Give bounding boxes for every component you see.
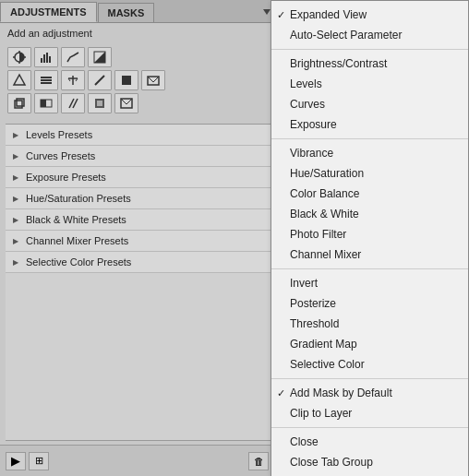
- menu-item-close[interactable]: Close: [271, 432, 468, 452]
- menu-item-exposure[interactable]: Exposure: [271, 114, 468, 135]
- svg-line-20: [95, 76, 104, 85]
- tab-adjustments[interactable]: ADJUSTMENTS: [0, 2, 97, 22]
- svg-marker-0: [263, 9, 271, 15]
- menu-item-posterize[interactable]: Posterize: [271, 293, 468, 314]
- svg-rect-9: [49, 56, 51, 63]
- menu-item-brightness-contrast[interactable]: Brightness/Contrast: [271, 54, 468, 74]
- menu-item-levels[interactable]: Levels: [271, 74, 468, 94]
- preset-hue-saturation[interactable]: Hue/Saturation Presets: [6, 188, 271, 209]
- delete-button[interactable]: 🗑: [248, 452, 269, 470]
- half-tone-icon[interactable]: [34, 93, 58, 113]
- svg-rect-23: [15, 101, 22, 108]
- svg-rect-21: [122, 76, 131, 85]
- svg-rect-26: [41, 100, 46, 107]
- add-adjustment-label: Add an adjustment: [0, 23, 277, 43]
- invert-icon[interactable]: [141, 70, 165, 90]
- photo-filter-icon[interactable]: [114, 93, 138, 113]
- preset-arrow-curves: [11, 151, 20, 161]
- solid-color-icon[interactable]: [114, 70, 138, 90]
- double-slash-icon[interactable]: [61, 93, 85, 113]
- svg-rect-15: [41, 82, 52, 84]
- svg-line-33: [126, 99, 132, 104]
- exposure-icon[interactable]: [88, 47, 112, 67]
- separator-3: [271, 268, 468, 269]
- menu-item-vibrance[interactable]: Vibrance: [271, 143, 468, 163]
- menu-item-photo-filter[interactable]: Photo Filter: [271, 224, 468, 244]
- separator-1: [271, 49, 468, 50]
- icon-row-2: [7, 70, 270, 90]
- menu-item-add-mask[interactable]: Add Mask by Default: [271, 383, 468, 403]
- bottom-toolbar: ▶ ⊞ 🗑: [0, 445, 277, 476]
- duplicate-button[interactable]: ⊞: [29, 452, 49, 470]
- gradient-map-icon[interactable]: [88, 70, 112, 90]
- preset-arrow-levels: [11, 130, 20, 139]
- preset-arrow-hue: [11, 194, 20, 203]
- panel-dropdown-menu: Expanded View Auto-Select Parameter Brig…: [271, 0, 469, 476]
- icon-row-3: [7, 93, 270, 113]
- svg-rect-14: [41, 79, 52, 81]
- preset-arrow-selective: [11, 257, 20, 267]
- tab-bar: ADJUSTMENTS MASKS: [0, 0, 277, 23]
- svg-rect-7: [43, 54, 45, 63]
- separator-2: [271, 138, 468, 139]
- brightness-contrast-icon[interactable]: [7, 47, 31, 67]
- preset-arrow-channel: [11, 236, 20, 245]
- clipping-mask-icon[interactable]: [7, 93, 31, 113]
- svg-marker-12: [14, 75, 25, 85]
- menu-item-close-tab-group[interactable]: Close Tab Group: [271, 452, 468, 472]
- menu-item-invert[interactable]: Invert: [271, 273, 468, 293]
- preset-selective-color[interactable]: Selective Color Presets: [6, 252, 271, 273]
- menu-item-black-white[interactable]: Black & White: [271, 204, 468, 224]
- vibrance-icon[interactable]: [7, 70, 31, 90]
- preset-levels[interactable]: Levels Presets: [6, 125, 271, 146]
- separator-4: [271, 378, 468, 379]
- preset-arrow-exposure: [11, 173, 20, 182]
- svg-rect-24: [17, 99, 24, 106]
- menu-item-gradient-map[interactable]: Gradient Map: [271, 334, 468, 354]
- preset-channel-mixer[interactable]: Channel Mixer Presets: [6, 231, 271, 252]
- levels-icon[interactable]: [34, 47, 58, 67]
- separator-5: [271, 427, 468, 428]
- black-white-icon[interactable]: [61, 70, 85, 90]
- preset-curves[interactable]: Curves Presets: [6, 146, 271, 167]
- curves-icon[interactable]: [61, 47, 85, 67]
- preset-exposure[interactable]: Exposure Presets: [6, 167, 271, 188]
- new-adjustment-button[interactable]: ▶: [6, 452, 26, 470]
- svg-marker-11: [94, 52, 105, 63]
- color-balance-icon[interactable]: [34, 70, 58, 90]
- menu-item-auto-select[interactable]: Auto-Select Parameter: [271, 25, 468, 45]
- preset-arrow-bw: [11, 215, 20, 224]
- menu-item-selective-color[interactable]: Selective Color: [271, 354, 468, 375]
- adjustments-panel: ADJUSTMENTS MASKS Add an adjustment: [0, 0, 277, 476]
- menu-item-hue-saturation[interactable]: Hue/Saturation: [271, 163, 468, 184]
- svg-rect-6: [41, 58, 42, 63]
- svg-rect-8: [46, 53, 48, 63]
- menu-item-channel-mixer[interactable]: Channel Mixer: [271, 244, 468, 265]
- svg-rect-13: [41, 77, 52, 78]
- menu-item-curves[interactable]: Curves: [271, 94, 468, 114]
- tab-masks[interactable]: MASKS: [98, 3, 155, 22]
- svg-rect-30: [97, 101, 102, 106]
- icon-row-1: [7, 47, 270, 67]
- menu-item-expanded-view[interactable]: Expanded View: [271, 5, 468, 25]
- adjustment-icon-toolbar: [0, 43, 277, 120]
- menu-item-clip-to-layer[interactable]: Clip to Layer: [271, 403, 468, 423]
- menu-item-color-balance[interactable]: Color Balance: [271, 184, 468, 204]
- menu-item-threshold[interactable]: Threshold: [271, 314, 468, 334]
- preset-black-white[interactable]: Black & White Presets: [6, 209, 271, 231]
- presets-list: Levels Presets Curves Presets Exposure P…: [6, 124, 271, 441]
- svg-line-32: [121, 99, 126, 104]
- dark-square-icon[interactable]: [88, 93, 112, 113]
